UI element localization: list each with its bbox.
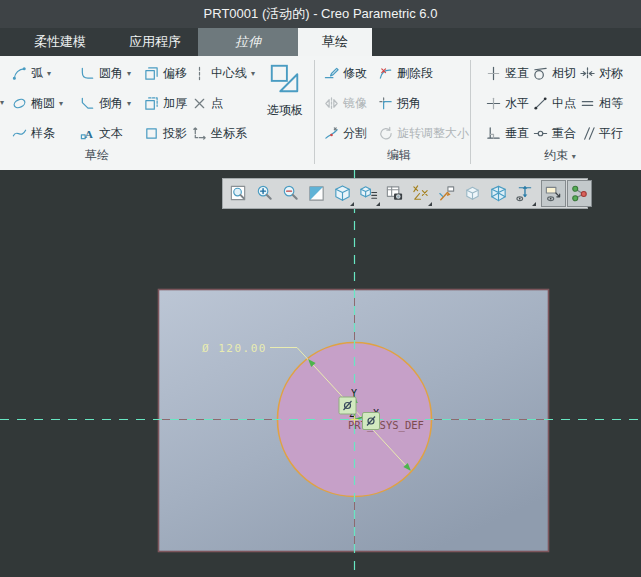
constraint-column-2: 相切 中点 重合 (531, 58, 578, 148)
modify-icon (324, 66, 339, 81)
symmetric-constraint-button[interactable]: 对称 (578, 58, 625, 88)
fillet-icon (80, 66, 95, 81)
chevron-down-icon[interactable]: ▾ (0, 98, 4, 107)
datum-display-filters-button[interactable] (408, 180, 433, 207)
graphics-area[interactable]: Ø 120.00 Y Z X PRT_CSYS_DEF (0, 170, 641, 577)
repaint-icon (307, 184, 326, 203)
saved-orientations-button[interactable] (356, 180, 381, 207)
sketch-column-3: 偏移 加厚 投影 (142, 58, 189, 148)
rotate-resize-icon (378, 126, 393, 141)
arc-icon (12, 66, 27, 81)
sketch-display-filters-icon (544, 184, 563, 203)
zoom-to-fit-button[interactable] (226, 180, 251, 207)
title-bar[interactable]: PRT0001 (活动的) - Creo Parametric 6.0 (0, 0, 641, 28)
zoom-in-button[interactable] (252, 180, 277, 207)
modify-button[interactable]: 修改 (322, 58, 369, 88)
chevron-down-icon[interactable]: ▾ (59, 99, 63, 108)
tab-sketch[interactable]: 草绘 (298, 28, 372, 56)
chevron-down-icon[interactable]: ▾ (127, 69, 131, 78)
perpendicular-constraint-icon (486, 126, 501, 141)
chevron-down-icon[interactable]: ▾ (47, 69, 51, 78)
palette-button[interactable]: 选项板 (256, 60, 314, 142)
project-button[interactable]: 投影 (142, 118, 189, 148)
display-style-icon (333, 184, 352, 203)
sketch-view-orientation-button[interactable] (512, 180, 537, 207)
rotate-resize-button[interactable]: 旋转调整大小 (376, 118, 471, 148)
window-title: PRT0001 (活动的) - Creo Parametric 6.0 (204, 6, 438, 21)
midpoint-constraint-button[interactable]: 中点 (531, 88, 578, 118)
text-icon: A (80, 126, 95, 141)
tab-applications[interactable]: 应用程序 (112, 28, 198, 56)
delete-segment-icon (378, 66, 393, 81)
zoom-in-icon (255, 184, 274, 203)
symmetric-constraint-icon (580, 66, 595, 81)
edit-column-1: 修改 镜像 分割 (322, 58, 369, 148)
parallel-constraint-button[interactable]: 平行 (578, 118, 625, 148)
coincident-constraint-button[interactable]: 重合 (531, 118, 578, 148)
chevron-down-icon[interactable]: ▾ (572, 152, 576, 161)
ribbon-tab-bar: 柔性建模 应用程序 拉伸 草绘 (0, 28, 641, 56)
chevron-down-icon[interactable]: ▾ (127, 99, 131, 108)
offset-button[interactable]: 偏移 (142, 58, 189, 88)
corner-icon (378, 96, 393, 111)
corner-button[interactable]: 拐角 (376, 88, 471, 118)
point-button[interactable]: 点 (190, 88, 257, 118)
tab-flexible-modeling[interactable]: 柔性建模 (8, 28, 112, 56)
chevron-down-icon[interactable]: ▾ (251, 69, 255, 78)
centerline-icon (192, 66, 207, 81)
datum-display-filters-icon (411, 184, 430, 203)
saved-orientations-icon (359, 184, 378, 203)
3d-view-button[interactable] (486, 180, 511, 207)
graphics-toolbar (222, 178, 588, 209)
mirror-icon (324, 96, 339, 111)
perpendicular-constraint-button[interactable]: 垂直 (484, 118, 531, 148)
sketch-display-filters-button[interactable] (541, 180, 566, 207)
coordinate-system-icon (192, 126, 207, 141)
annotation-display-icon (437, 184, 456, 203)
centerline-button[interactable]: 中心线 ▾ (190, 58, 257, 88)
sketch-column-4: 中心线 ▾ 点 坐标系 (190, 58, 257, 148)
rotate-handle[interactable] (363, 413, 380, 430)
chamfer-button[interactable]: 倒角 ▾ (78, 88, 133, 118)
thicken-button[interactable]: 加厚 (142, 88, 189, 118)
arc-button[interactable]: 弧 ▾ (10, 58, 65, 88)
sketch-scene: Ø 120.00 Y Z X PRT_CSYS_DEF (0, 170, 641, 577)
coordinate-system-button[interactable]: 坐标系 (190, 118, 257, 148)
annotation-display-button[interactable] (434, 180, 459, 207)
text-button[interactable]: A 文本 (78, 118, 133, 148)
fillet-button[interactable]: 圆角 ▾ (78, 58, 133, 88)
midpoint-constraint-icon (533, 96, 548, 111)
tangent-constraint-button[interactable]: 相切 (531, 58, 578, 88)
constraint-colors-toggle-button[interactable] (567, 180, 592, 207)
diameter-dimension[interactable]: Ø 120.00 (202, 342, 267, 355)
zoom-out-icon (281, 184, 300, 203)
vertical-constraint-button[interactable]: 竖直 (484, 58, 531, 88)
group-separator (470, 60, 471, 164)
mirror-button[interactable]: 镜像 (322, 88, 369, 118)
delete-segment-button[interactable]: 删除段 (376, 58, 471, 88)
spline-button[interactable]: 样条 (10, 118, 65, 148)
divide-button[interactable]: 分割 (322, 118, 369, 148)
spline-icon (12, 126, 27, 141)
csys-name-label[interactable]: PRT_CSYS_DEF (348, 419, 424, 432)
sketch-view-orientation-icon (515, 184, 534, 203)
constraint-colors-toggle-icon (570, 184, 589, 203)
parallel-constraint-icon (580, 126, 595, 141)
tab-extrude[interactable]: 拉伸 (198, 28, 298, 56)
point-icon (192, 96, 207, 111)
view-manager-icon (385, 184, 404, 203)
thicken-icon (144, 96, 159, 111)
divide-icon (324, 126, 339, 141)
spin-center-button[interactable] (460, 180, 485, 207)
creo-parametric-window: PRT0001 (活动的) - Creo Parametric 6.0 柔性建模… (0, 0, 641, 577)
horizontal-constraint-button[interactable]: 水平 (484, 88, 531, 118)
rotate-handle[interactable] (339, 397, 356, 414)
repaint-button[interactable] (304, 180, 329, 207)
coincident-constraint-icon (533, 126, 548, 141)
constraint-group-label[interactable]: 约束 ▾ (528, 147, 592, 164)
equal-constraint-button[interactable]: 相等 (578, 88, 625, 118)
view-manager-button[interactable] (382, 180, 407, 207)
display-style-button[interactable] (330, 180, 355, 207)
ellipse-button[interactable]: 椭圆 ▾ (10, 88, 65, 118)
zoom-out-button[interactable] (278, 180, 303, 207)
